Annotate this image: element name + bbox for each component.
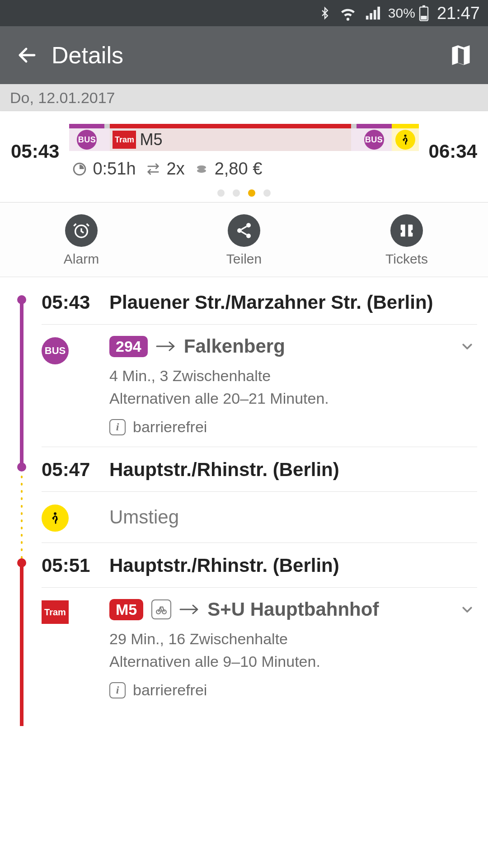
leg-info-1: 29 Min., 16 Zwischenhalte (109, 628, 477, 650)
stop-name: Hauptstr./Rhinstr. (Berlin) (109, 458, 477, 481)
stop-name: Plauener Str./Marzahner Str. (Berlin) (109, 291, 477, 313)
actions-row: Alarm Teilen Tickets (0, 203, 488, 277)
walk-icon (42, 505, 69, 532)
tickets-button[interactable]: Tickets (361, 214, 452, 267)
trip-duration: 0:51h (93, 159, 136, 179)
trip-summary[interactable]: 05:43 BUS Tram M5 BUS (0, 111, 488, 203)
price-icon (194, 162, 209, 176)
walk-label: Umstieg (109, 506, 477, 528)
app-bar: Details (0, 26, 488, 84)
leg-header[interactable]: M5 S+U Hauptbahnhof (109, 599, 477, 620)
share-icon (228, 214, 260, 247)
trip-date: Do, 12.01.2017 (10, 89, 115, 107)
segment-bar: BUS Tram M5 BUS (69, 124, 418, 151)
svg-point-10 (237, 228, 242, 233)
bus-icon: BUS (364, 130, 384, 150)
share-label: Teilen (226, 251, 262, 267)
pager-dot[interactable] (263, 189, 271, 197)
back-button[interactable] (11, 39, 43, 71)
chevron-down-icon[interactable] (457, 340, 477, 353)
wifi-icon (339, 5, 357, 22)
leg-info-2: Alternativen alle 20–21 Minuten. (109, 388, 477, 410)
leg-access: barrierefrei (133, 681, 207, 699)
leg-header[interactable]: 294 Falkenberg (109, 335, 477, 357)
line-badge: M5 (109, 599, 143, 620)
arrow-right-icon (156, 340, 176, 352)
transfers-icon (145, 162, 161, 176)
leg-access: barrierefrei (133, 418, 207, 436)
stop-name: Hauptstr./Rhinstr. (Berlin) (109, 554, 477, 576)
svg-rect-2 (421, 16, 427, 19)
bike-allowed-icon (151, 599, 171, 619)
journey-list: 05:43 Plauener Str./Marzahner Str. (Berl… (0, 277, 488, 726)
trip-meta: 0:51h 2x 2,80 € (69, 159, 418, 179)
chevron-down-icon[interactable] (457, 603, 477, 616)
depart-time: 05:43 (11, 141, 59, 162)
trip-changes: 2x (167, 159, 185, 179)
leg-info-1: 4 Min., 3 Zwischenhalte (109, 365, 477, 387)
tickets-label: Tickets (385, 251, 428, 267)
svg-point-4 (404, 135, 406, 137)
line-badge: 294 (109, 336, 148, 357)
svg-point-13 (54, 512, 56, 515)
trip-price: 2,80 € (215, 159, 263, 179)
leg-destination: Falkenberg (184, 335, 285, 357)
svg-point-7 (197, 169, 206, 173)
pager-dot-active[interactable] (248, 189, 255, 197)
signal-icon (365, 5, 380, 21)
bluetooth-icon (319, 5, 331, 22)
tram-icon: Tram (42, 600, 69, 624)
svg-point-14 (156, 610, 160, 614)
arrow-right-icon (179, 604, 199, 615)
battery-status: 30% (388, 5, 429, 21)
status-bar: 30% 21:47 (0, 0, 488, 26)
map-button[interactable] (445, 39, 477, 71)
tram-icon: Tram (113, 131, 136, 149)
alarm-button[interactable]: Alarm (36, 214, 127, 267)
date-bar: Do, 12.01.2017 (0, 84, 488, 111)
leg-info-2: Alternativen alle 9–10 Minuten. (109, 651, 477, 673)
pager-dot[interactable] (233, 189, 240, 197)
bus-icon: BUS (77, 130, 97, 150)
clock-icon (72, 161, 87, 177)
leg-destination: S+U Hauptbahnhof (207, 599, 379, 620)
bus-icon: BUS (42, 337, 69, 364)
svg-point-9 (246, 223, 251, 227)
pager-dot[interactable] (217, 189, 225, 197)
battery-percent: 30% (388, 5, 415, 21)
share-button[interactable]: Teilen (199, 214, 289, 267)
page-title: Details (52, 42, 123, 69)
arrive-time: 06:34 (429, 141, 477, 162)
step-time: 05:47 (42, 458, 109, 481)
step-time: 05:43 (42, 291, 109, 313)
alarm-label: Alarm (64, 251, 99, 267)
info-icon: i (109, 682, 126, 698)
svg-rect-1 (422, 5, 425, 7)
info-icon: i (109, 419, 126, 435)
status-clock: 21:47 (437, 4, 480, 23)
svg-point-11 (246, 234, 251, 238)
pager-dots[interactable] (11, 189, 477, 197)
alarm-clock-icon (65, 214, 98, 247)
svg-point-6 (197, 165, 206, 169)
step-time: 05:51 (42, 554, 109, 576)
tram-line-label: M5 (140, 130, 162, 149)
walk-icon (395, 130, 415, 150)
tickets-icon (390, 214, 423, 247)
